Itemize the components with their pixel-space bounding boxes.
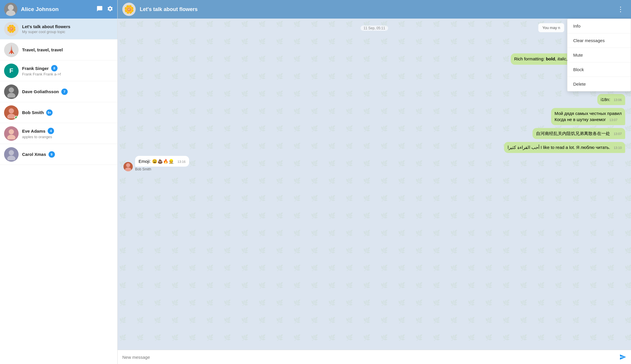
chat-name-flowers: Let's talk about flowers <box>22 24 113 29</box>
chat-info-bob: Bob Smith 9+ <box>22 109 113 116</box>
message-bubble-5: Мой дядя самых честных правилКогда не в … <box>551 108 625 125</box>
chat-info-travel: Travel, travel, travel <box>22 47 113 52</box>
chat-header-avatar: 🌼 <box>122 3 136 16</box>
chat-preview-eve: apples to oranges <box>22 135 113 139</box>
badge-eve: 4 <box>48 128 54 134</box>
compose-icon[interactable] <box>96 6 103 13</box>
message-row-7: أحب القراءة كثيرا I like to read a lot. … <box>123 142 625 153</box>
message-text-7: أحب القراءة كثيرا I like to read a lot. … <box>508 145 610 150</box>
chat-name-carol: Carol Xmas 9 <box>22 151 113 158</box>
dropdown-block[interactable]: Block <box>567 62 631 77</box>
header-icons <box>96 6 113 13</box>
you-may-notice: You may n <box>538 23 564 32</box>
message-input[interactable] <box>122 355 616 360</box>
chat-avatar-frank: F <box>4 64 19 78</box>
svg-point-11 <box>125 167 131 171</box>
message-wrap-5: Мой дядя самых честных правилКогда не в … <box>551 108 625 125</box>
chat-name-bob: Bob Smith 9+ <box>22 109 113 116</box>
chat-info-carol: Carol Xmas 9 <box>22 151 113 158</box>
svg-point-2 <box>9 87 14 93</box>
message-avatar-8 <box>123 162 133 171</box>
message-row-3: Multiline:Line one.Second line. 13:06 <box>123 68 625 91</box>
sidebar-header: Alice Johnson <box>0 0 117 19</box>
user-avatar <box>4 3 17 16</box>
svg-point-7 <box>7 135 15 139</box>
badge-carol: 9 <box>49 151 55 158</box>
messages-container: 11 Sep, 05:11 It is certain 11 Sep, 06:3… <box>118 19 631 350</box>
dropdown-menu: Info Clear messages Mute Block Delete <box>567 19 631 91</box>
chat-item-frank[interactable]: F Frank Singer 8 Frank Frank Frank a->f <box>0 60 117 81</box>
dropdown-clear-messages[interactable]: Clear messages <box>567 33 631 48</box>
svg-point-8 <box>9 150 14 155</box>
chat-name-travel: Travel, travel, travel <box>22 47 113 52</box>
message-text-6: 自河南经乱关内阻饥兄弟离散各在一处 <box>536 131 610 136</box>
svg-point-5 <box>7 114 15 118</box>
chat-avatar-dave <box>4 84 19 99</box>
message-row-2: Rich formatting: bold, italic, deleted, … <box>123 53 625 65</box>
message-sender-8: Bob Smith <box>135 167 189 171</box>
badge-dave: 7 <box>61 89 68 95</box>
message-text-4: i18n: <box>601 97 610 102</box>
chat-item-flowers[interactable]: 🌼 Let's talk about flowers My super cool… <box>0 19 117 39</box>
message-time-6: 13:07 <box>614 132 622 136</box>
chat-preview-flowers: My super cool group topic <box>22 30 113 34</box>
message-wrap-4: i18n: 13:06 <box>597 94 625 105</box>
chat-item-bob[interactable]: Bob Smith 9+ <box>0 102 117 123</box>
chat-preview-frank: Frank Frank Frank a->f <box>22 72 113 76</box>
message-bubble-8: Emoji: 😩💩🔥👷 13:16 <box>135 156 189 167</box>
svg-point-10 <box>126 163 130 167</box>
dropdown-mute[interactable]: Mute <box>567 48 631 62</box>
message-wrap-8: Emoji: 😩💩🔥👷 13:16 Bob Smith <box>135 156 189 172</box>
message-wrap-6: 自河南经乱关内阻饥兄弟离散各在一处 13:07 <box>533 128 625 139</box>
chat-info-frank: Frank Singer 8 Frank Frank Frank a->f <box>22 65 113 76</box>
svg-point-4 <box>9 108 14 113</box>
message-row-8: Emoji: 😩💩🔥👷 13:16 Bob Smith <box>123 156 625 172</box>
chat-item-dave[interactable]: Dave Goliathsson 7 <box>0 81 117 102</box>
dropdown-delete[interactable]: Delete <box>567 77 631 91</box>
message-time-8: 13:16 <box>178 160 186 163</box>
svg-point-9 <box>7 156 15 160</box>
chat-name-frank: Frank Singer 8 <box>22 65 113 71</box>
badge-bob: 9+ <box>46 109 53 116</box>
user-name: Alice Johnson <box>21 6 93 12</box>
chat-info-eve: Eve Adams 4 apples to oranges <box>22 128 113 139</box>
message-bubble-4: i18n: 13:06 <box>597 94 625 105</box>
message-time-7: 13:10 <box>614 146 622 149</box>
svg-point-0 <box>8 5 14 10</box>
input-area <box>118 350 631 364</box>
badge-frank: 8 <box>51 65 58 71</box>
chat-name-eve: Eve Adams 4 <box>22 128 113 134</box>
message-row-1: It is certain 11 Sep, 06:39 Bob Smith <box>123 35 625 51</box>
chat-avatar-eve <box>4 126 19 141</box>
chat-header-title: Let's talk about flowers <box>140 6 611 12</box>
message-bubble-6: 自河南经乱关内阻饥兄弟离散各在一处 13:07 <box>533 128 625 139</box>
dropdown-info[interactable]: Info <box>567 19 631 33</box>
chat-avatar-travel: 🗼 <box>4 43 19 57</box>
settings-icon[interactable] <box>107 6 113 13</box>
chat-info-flowers: Let's talk about flowers My super cool g… <box>22 24 113 34</box>
message-bubble-7: أحب القراءة كثيرا I like to read a lot. … <box>504 142 625 153</box>
message-time-4: 13:06 <box>614 98 622 102</box>
more-options-button[interactable]: ⋮ <box>615 4 626 15</box>
message-text-8: Emoji: 😩💩🔥👷 <box>139 159 174 164</box>
chat-main: 🌼 Let's talk about flowers ⋮ 11 Sep, 05:… <box>118 0 631 364</box>
chat-avatar-flowers: 🌼 <box>4 22 19 36</box>
send-button[interactable] <box>619 354 626 361</box>
message-time-5: 13:07 <box>610 118 618 122</box>
svg-point-3 <box>7 93 15 98</box>
message-wrap-7: أحب القراءة كثيرا I like to read a lot. … <box>504 142 625 153</box>
message-row-5: Мой дядя самых честных правилКогда не в … <box>123 108 625 125</box>
online-indicator-bob <box>15 116 18 119</box>
message-row-6: 自河南经乱关内阻饥兄弟离散各在一处 13:07 <box>123 128 625 139</box>
chat-info-dave: Dave Goliathsson 7 <box>22 89 113 95</box>
chat-item-eve[interactable]: Eve Adams 4 apples to oranges <box>0 123 117 144</box>
sidebar: Alice Johnson 🌼 Let's talk about flowers… <box>0 0 118 364</box>
svg-point-6 <box>9 129 14 134</box>
chat-list: 🌼 Let's talk about flowers My super cool… <box>0 19 117 364</box>
chat-avatar-carol <box>4 147 19 162</box>
chat-avatar-bob <box>4 105 19 120</box>
chat-item-carol[interactable]: Carol Xmas 9 <box>0 144 117 165</box>
date-divider: 11 Sep, 05:11 <box>361 26 388 31</box>
svg-point-1 <box>6 10 15 16</box>
chat-item-travel[interactable]: 🗼 Travel, travel, travel <box>0 39 117 60</box>
